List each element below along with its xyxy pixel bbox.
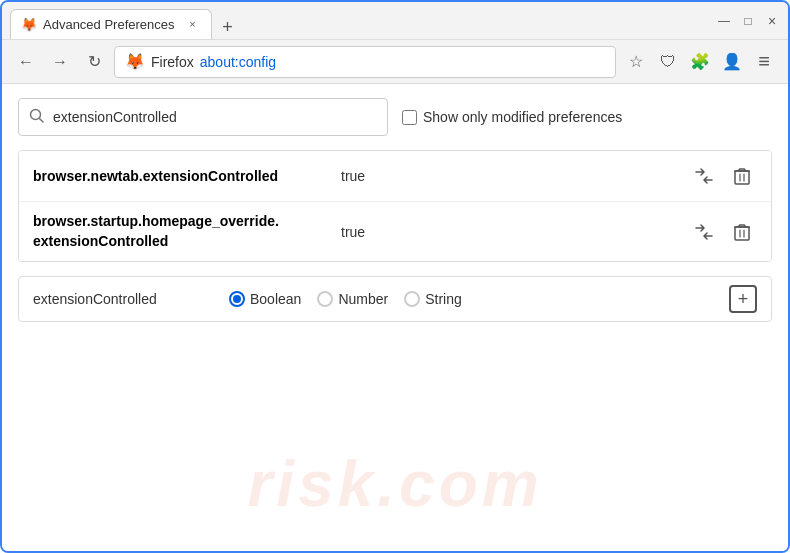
radio-boolean[interactable]: Boolean xyxy=(229,291,301,307)
menu-icon[interactable]: ≡ xyxy=(750,48,778,76)
search-input[interactable] xyxy=(53,109,377,125)
forward-button[interactable]: → xyxy=(46,48,74,76)
radio-number[interactable]: Number xyxy=(317,291,388,307)
nav-icons-right: ☆ 🛡 🧩 👤 ≡ xyxy=(622,48,778,76)
show-modified-text: Show only modified preferences xyxy=(423,109,622,125)
window-controls: — □ × xyxy=(708,13,780,29)
bookmark-icon[interactable]: ☆ xyxy=(622,48,650,76)
tab-close-button[interactable]: × xyxy=(185,16,201,32)
svg-rect-2 xyxy=(735,171,749,184)
search-box[interactable] xyxy=(18,98,388,136)
result-actions xyxy=(689,161,757,191)
page-content: risk.com Show only modified preferences xyxy=(2,84,788,551)
pref-value: true xyxy=(341,168,365,184)
table-row: browser.newtab.extensionControlled true xyxy=(19,151,771,202)
close-button[interactable]: × xyxy=(764,13,780,29)
browser-name: Firefox xyxy=(151,54,194,70)
show-modified-checkbox[interactable] xyxy=(402,110,417,125)
delete-button[interactable] xyxy=(727,217,757,247)
tab-favicon: 🦊 xyxy=(21,17,37,32)
minimize-button[interactable]: — xyxy=(716,13,732,29)
new-tab-button[interactable]: + xyxy=(216,15,240,39)
add-preference-row: extensionControlled Boolean Number Strin… xyxy=(18,276,772,322)
firefox-logo-icon: 🦊 xyxy=(125,52,145,71)
tab-area: 🦊 Advanced Preferences × + xyxy=(10,2,708,39)
reload-button[interactable]: ↻ xyxy=(80,48,108,76)
svg-rect-6 xyxy=(735,227,749,240)
tab-title: Advanced Preferences xyxy=(43,17,175,32)
radio-boolean-label: Boolean xyxy=(250,291,301,307)
title-bar: 🦊 Advanced Preferences × + — □ × xyxy=(2,2,788,40)
address-bar[interactable]: 🦊 Firefox about:config xyxy=(114,46,616,78)
type-radio-group: Boolean Number String xyxy=(229,291,462,307)
radio-number-label: Number xyxy=(338,291,388,307)
shield-icon[interactable]: 🛡 xyxy=(654,48,682,76)
toggle-button[interactable] xyxy=(689,161,719,191)
toggle-button[interactable] xyxy=(689,217,719,247)
new-pref-name: extensionControlled xyxy=(33,291,193,307)
browser-window: 🦊 Advanced Preferences × + — □ × ← → ↻ 🦊… xyxy=(0,0,790,553)
search-container: Show only modified preferences xyxy=(18,98,772,136)
pref-name-multiline: browser.startup.homepage_override. exten… xyxy=(33,212,333,251)
search-icon xyxy=(29,108,45,127)
account-icon[interactable]: 👤 xyxy=(718,48,746,76)
active-tab[interactable]: 🦊 Advanced Preferences × xyxy=(10,9,212,39)
results-table: browser.newtab.extensionControlled true xyxy=(18,150,772,262)
watermark: risk.com xyxy=(247,447,542,521)
address-text: about:config xyxy=(200,54,276,70)
svg-line-1 xyxy=(40,118,44,122)
pref-name: browser.newtab.extensionControlled xyxy=(33,168,333,184)
show-modified-label[interactable]: Show only modified preferences xyxy=(402,109,622,125)
pref-name-line1: browser.startup.homepage_override. xyxy=(33,212,333,232)
navigation-bar: ← → ↻ 🦊 Firefox about:config ☆ 🛡 🧩 👤 ≡ xyxy=(2,40,788,84)
result-actions xyxy=(689,217,757,247)
add-preference-button[interactable]: + xyxy=(729,285,757,313)
delete-button[interactable] xyxy=(727,161,757,191)
radio-string-label: String xyxy=(425,291,462,307)
maximize-button[interactable]: □ xyxy=(740,13,756,29)
table-row: browser.startup.homepage_override. exten… xyxy=(19,202,771,261)
back-button[interactable]: ← xyxy=(12,48,40,76)
extensions-icon[interactable]: 🧩 xyxy=(686,48,714,76)
radio-string-circle xyxy=(404,291,420,307)
radio-boolean-circle xyxy=(229,291,245,307)
pref-name-line2: extensionControlled xyxy=(33,232,333,252)
pref-value: true xyxy=(341,224,365,240)
radio-number-circle xyxy=(317,291,333,307)
radio-string[interactable]: String xyxy=(404,291,462,307)
